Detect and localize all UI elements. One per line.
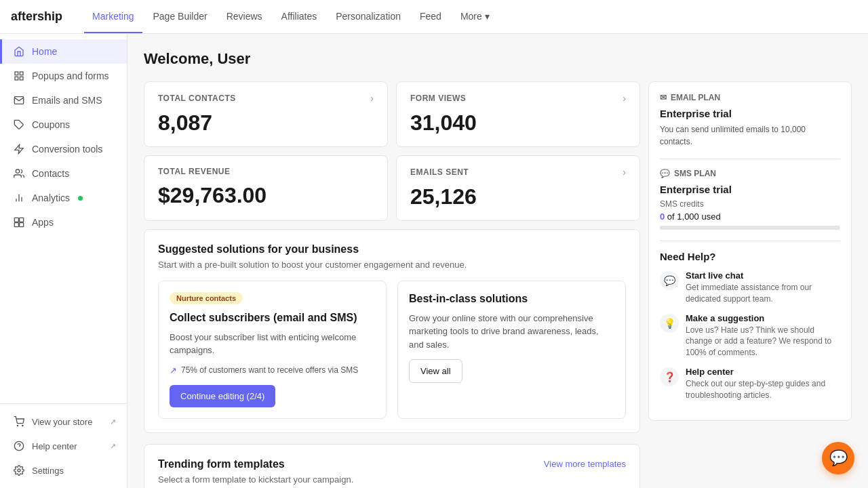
sidebar-popups-label: Popups and forms: [32, 70, 109, 81]
stat-total-revenue[interactable]: TOTAL REVENUE $29,763.00: [144, 155, 388, 221]
total-contacts-label: TOTAL CONTACTS: [158, 94, 236, 103]
help-center-icon: ❓: [660, 367, 679, 386]
total-revenue-label: TOTAL REVENUE: [158, 167, 231, 176]
help-title: Need Help?: [660, 251, 840, 262]
sms-plan-section: 💬 SMS PLAN Enterprise trial SMS credits …: [660, 169, 840, 230]
layout: Home Popups and forms Emails and SMS Cou…: [0, 34, 868, 488]
chevron-down-icon: ▾: [485, 11, 490, 22]
form-views-value: 31,040: [410, 110, 626, 136]
store-icon: [13, 415, 25, 428]
sidebar-item-emails[interactable]: Emails and SMS: [0, 88, 127, 113]
svg-marker-5: [15, 144, 23, 153]
solutions-card: Suggested solutions for your business St…: [144, 229, 640, 433]
svg-rect-11: [20, 218, 24, 222]
help-suggestion-title: Make a suggestion: [686, 313, 840, 323]
sidebar-footer: View your store ↗ Help center ↗ Settings: [0, 403, 127, 488]
help-item-suggestion[interactable]: 💡 Make a suggestion Love us? Hate us? Th…: [660, 313, 840, 359]
svg-rect-1: [20, 72, 23, 75]
continue-editing-button[interactable]: Continue editing (2/4): [170, 385, 275, 407]
help-section: Need Help? 💬 Start live chat Get immedia…: [660, 251, 840, 401]
solution-stat-text: 75% of customers want to receive offers …: [181, 365, 358, 375]
email-plan-desc: You can send unlimited emails to 10,000 …: [660, 123, 840, 148]
sms-plan-name: Enterprise trial: [660, 184, 840, 195]
solution-2-title: Best-in-class solutions: [409, 292, 614, 306]
email-icon: ✉: [660, 93, 667, 102]
help-item-center[interactable]: ❓ Help center Check out our step-by-step…: [660, 367, 840, 401]
stat-form-views[interactable]: FORM VIEWS › 31,040: [396, 81, 640, 147]
svg-point-15: [22, 425, 23, 426]
solutions-subtitle: Start with a pre-built solution to boost…: [158, 260, 626, 270]
stats-row-2: TOTAL REVENUE $29,763.00 EMAILS SENT › 2…: [144, 155, 640, 221]
two-col-layout: TOTAL CONTACTS › 8,087 FORM VIEWS › 31,0…: [144, 81, 852, 488]
sidebar-settings[interactable]: Settings: [0, 458, 127, 483]
help-center-item-title: Help center: [686, 367, 840, 377]
help-circle-icon: [13, 440, 25, 452]
svg-rect-13: [20, 223, 24, 227]
users-icon: [13, 167, 25, 180]
solution-2-desc: Grow your online store with our comprehe…: [409, 312, 614, 352]
trend-icon: ↗: [170, 365, 177, 375]
svg-rect-12: [14, 223, 18, 227]
svg-rect-3: [20, 77, 23, 80]
mail-icon: [13, 94, 25, 106]
templates-title: Trending form templates: [158, 458, 285, 470]
sidebar-item-popups[interactable]: Popups and forms: [0, 64, 127, 88]
settings-label: Settings: [32, 466, 64, 476]
sidebar-item-home[interactable]: Home: [0, 39, 127, 64]
page-title: Welcome, User: [144, 50, 852, 68]
view-all-button[interactable]: View all: [409, 359, 462, 383]
nav-marketing[interactable]: Marketing: [84, 0, 142, 33]
sidebar-item-coupons[interactable]: Coupons: [0, 113, 127, 137]
zap-icon: [13, 143, 25, 155]
nav-items: Marketing Page Builder Reviews Affiliate…: [84, 0, 498, 33]
sidebar-item-apps[interactable]: Apps: [0, 210, 127, 235]
sidebar-item-contacts[interactable]: Contacts: [0, 161, 127, 186]
svg-point-18: [18, 469, 20, 472]
tag-icon: [13, 119, 25, 131]
top-nav: aftership Marketing Page Builder Reviews…: [0, 0, 868, 34]
svg-point-6: [16, 169, 19, 173]
nav-feed[interactable]: Feed: [412, 0, 450, 33]
help-item-chat[interactable]: 💬 Start live chat Get immediate assistan…: [660, 270, 840, 305]
sidebar: Home Popups and forms Emails and SMS Cou…: [0, 34, 127, 488]
help-center-item-desc: Check out our step-by-step guides and tr…: [686, 378, 840, 401]
settings-icon: [13, 464, 25, 476]
svg-point-14: [17, 425, 18, 426]
emails-sent-arrow: ›: [623, 167, 626, 178]
apps-icon: [13, 216, 25, 228]
sidebar-help-center[interactable]: Help center ↗: [0, 434, 127, 458]
stat-total-contacts[interactable]: TOTAL CONTACTS › 8,087: [144, 81, 388, 147]
sidebar-nav: Home Popups and forms Emails and SMS Cou…: [0, 34, 127, 403]
chat-fab-button[interactable]: 💬: [822, 442, 854, 474]
nav-reviews[interactable]: Reviews: [218, 0, 271, 33]
templates-subtitle: Select a form template to kickstart your…: [158, 474, 626, 485]
templates-header: Trending form templates View more templa…: [158, 458, 626, 470]
view-store-label: View your store: [32, 417, 92, 427]
external-link-icon-2: ↗: [110, 442, 116, 451]
sidebar-apps-label: Apps: [32, 217, 54, 228]
svg-rect-0: [15, 72, 18, 75]
help-suggestion-content: Make a suggestion Love us? Hate us? Thin…: [686, 313, 840, 359]
stats-row: TOTAL CONTACTS › 8,087 FORM VIEWS › 31,0…: [144, 81, 640, 147]
sidebar-home-label: Home: [32, 46, 57, 57]
sidebar-item-analytics[interactable]: Analytics: [0, 186, 127, 210]
sidebar-item-conversion[interactable]: Conversion tools: [0, 137, 127, 161]
emails-sent-value: 25,126: [410, 184, 626, 209]
chat-icon: 💬: [660, 271, 679, 290]
stat-emails-sent[interactable]: EMAILS SENT › 25,126: [396, 155, 640, 221]
nav-personalization[interactable]: Personalization: [328, 0, 409, 33]
email-plan-section: ✉ EMAIL PLAN Enterprise trial You can se…: [660, 93, 840, 148]
analytics-badge: [78, 196, 83, 201]
view-more-templates-link[interactable]: View more templates: [544, 459, 626, 469]
nav-affiliates[interactable]: Affiliates: [273, 0, 326, 33]
nav-more[interactable]: More ▾: [452, 0, 498, 33]
suggestion-icon: 💡: [660, 314, 679, 333]
sidebar-view-store[interactable]: View your store ↗: [0, 409, 127, 434]
solutions-title: Suggested solutions for your business: [158, 243, 626, 256]
sms-plan-type: 💬 SMS PLAN: [660, 169, 840, 178]
form-views-label: FORM VIEWS: [410, 94, 466, 103]
sidebar-conversion-label: Conversion tools: [32, 144, 102, 155]
total-revenue-value: $29,763.00: [158, 183, 374, 208]
nav-page-builder[interactable]: Page Builder: [145, 0, 216, 33]
sidebar-contacts-label: Contacts: [32, 168, 69, 179]
